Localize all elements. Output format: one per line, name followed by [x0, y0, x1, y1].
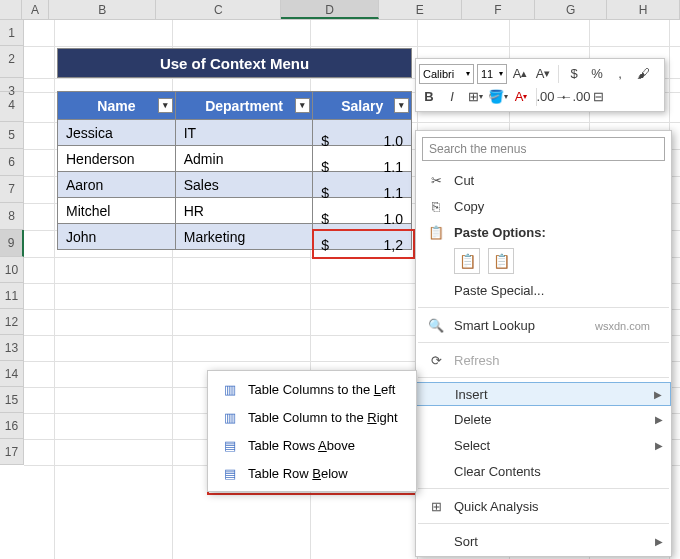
header-salary[interactable]: Salary▾	[313, 92, 412, 120]
menu-search-input[interactable]: Search the menus	[422, 137, 665, 161]
cell-dept[interactable]: IT	[175, 120, 313, 146]
insert-submenu: ▥Table Columns to the Left ▥Table Column…	[207, 370, 417, 492]
menu-copy[interactable]: ⎘Copy	[416, 193, 671, 219]
cell-dept[interactable]: HR	[175, 198, 313, 224]
cell-salary[interactable]: $1,0	[313, 198, 412, 224]
increase-font-icon[interactable]: A▴	[510, 64, 530, 84]
cell-dept[interactable]: Admin	[175, 146, 313, 172]
row-13[interactable]: 13	[0, 335, 24, 361]
submenu-arrow-icon: ▶	[654, 389, 662, 400]
menu-delete[interactable]: Delete▶	[416, 406, 671, 432]
format-painter-icon[interactable]: 🖌	[633, 64, 653, 84]
menu-paste-special[interactable]: Paste Special...	[416, 277, 671, 303]
row-12[interactable]: 12	[0, 309, 24, 335]
menu-cut[interactable]: ✂Cut	[416, 167, 671, 193]
cell-name[interactable]: Mitchel	[58, 198, 176, 224]
header-dept[interactable]: Department▾	[175, 92, 313, 120]
lookup-icon: 🔍	[424, 316, 448, 334]
context-menu: Search the menus ✂Cut ⎘Copy 📋Paste Optio…	[415, 130, 672, 557]
title-cell: Use of Context Menu	[57, 48, 412, 78]
cell-name[interactable]: Aaron	[58, 172, 176, 198]
row-3[interactable]: 3	[0, 78, 24, 92]
row-headers: 1 2 3 4 5 6 7 8 9 10 11 12 13 14 15 16 1…	[0, 20, 24, 465]
row-4[interactable]: 4	[0, 92, 24, 122]
cell-name[interactable]: John	[58, 224, 176, 250]
menu-sort[interactable]: Sort▶	[416, 528, 671, 554]
cell-dept[interactable]: Marketing	[175, 224, 313, 250]
row-17[interactable]: 17	[0, 439, 24, 465]
border-icon[interactable]: ⊞▾	[465, 87, 485, 107]
filter-icon[interactable]: ▾	[394, 98, 409, 113]
row-5[interactable]: 5	[0, 122, 24, 149]
paste-icon: 📋	[424, 223, 448, 241]
row-11[interactable]: 11	[0, 283, 24, 309]
cell-salary[interactable]: $1,1	[313, 172, 412, 198]
row-15[interactable]: 15	[0, 387, 24, 413]
row-7[interactable]: 7	[0, 176, 24, 203]
insert-row-above-icon: ▤	[218, 438, 242, 453]
font-size-picker[interactable]: 11▾	[477, 64, 507, 84]
cell-salary[interactable]: $1,1	[313, 146, 412, 172]
paste-default-icon[interactable]: 📋	[454, 248, 480, 274]
refresh-icon: ⟳	[424, 351, 448, 369]
accounting-format-icon[interactable]: $	[564, 64, 584, 84]
submenu-row-below[interactable]: ▤Table Row Below	[208, 459, 416, 487]
menu-select[interactable]: Select▶	[416, 432, 671, 458]
col-B[interactable]: B	[49, 0, 156, 19]
row-8[interactable]: 8	[0, 203, 24, 230]
paste-values-icon[interactable]: 📋	[488, 248, 514, 274]
filter-icon[interactable]: ▾	[295, 98, 310, 113]
col-A[interactable]: A	[22, 0, 49, 19]
row-2[interactable]: 2	[0, 46, 24, 78]
insert-col-right-icon: ▥	[218, 410, 242, 425]
col-G[interactable]: G	[535, 0, 608, 19]
fill-color-icon[interactable]: 🪣▾	[488, 87, 508, 107]
decrease-decimal-icon[interactable]: ←.00	[565, 87, 585, 107]
submenu-col-right[interactable]: ▥Table Column to the Right	[208, 403, 416, 431]
row-16[interactable]: 16	[0, 413, 24, 439]
row-6[interactable]: 6	[0, 149, 24, 176]
menu-clear-contents[interactable]: Clear Contents	[416, 458, 671, 484]
insert-col-left-icon: ▥	[218, 382, 242, 397]
col-C[interactable]: C	[156, 0, 281, 19]
cut-icon: ✂	[424, 171, 448, 189]
bold-icon[interactable]: B	[419, 87, 439, 107]
quick-analysis-icon: ⊞	[424, 497, 448, 515]
data-table: Name▾ Department▾ Salary▾ JessicaIT$1,0 …	[57, 91, 412, 250]
font-color-icon[interactable]: A▾	[511, 87, 531, 107]
cell-dept[interactable]: Sales	[175, 172, 313, 198]
cell-salary[interactable]: $1,2	[313, 224, 412, 250]
insert-row-below-icon: ▤	[218, 466, 242, 481]
mini-toolbar: Calibri▾ 11▾ A▴ A▾ $ % , 🖌 B I ⊞▾ 🪣▾ A▾ …	[415, 58, 665, 112]
col-D[interactable]: D	[281, 0, 378, 19]
column-headers: A B C D E F G H	[0, 0, 680, 20]
cell-salary[interactable]: $1,0	[313, 120, 412, 146]
header-name[interactable]: Name▾	[58, 92, 176, 120]
col-F[interactable]: F	[462, 0, 535, 19]
cell-name[interactable]: Jessica	[58, 120, 176, 146]
cell-name[interactable]: Henderson	[58, 146, 176, 172]
watermark: wsxdn.com	[595, 320, 650, 332]
menu-insert[interactable]: Insert▶	[416, 382, 671, 406]
row-14[interactable]: 14	[0, 361, 24, 387]
percent-format-icon[interactable]: %	[587, 64, 607, 84]
col-H[interactable]: H	[607, 0, 680, 19]
menu-paste-options-label: 📋Paste Options:	[416, 219, 671, 245]
decrease-font-icon[interactable]: A▾	[533, 64, 553, 84]
submenu-arrow-icon: ▶	[655, 440, 663, 451]
submenu-rows-above[interactable]: ▤Table Rows Above	[208, 431, 416, 459]
menu-quick-analysis[interactable]: ⊞Quick Analysis	[416, 493, 671, 519]
row-1[interactable]: 1	[0, 20, 24, 46]
col-E[interactable]: E	[379, 0, 463, 19]
row-10[interactable]: 10	[0, 257, 24, 283]
copy-icon: ⎘	[424, 197, 448, 215]
submenu-arrow-icon: ▶	[655, 536, 663, 547]
corner-cell[interactable]	[0, 0, 22, 19]
merge-icon[interactable]: ⊟	[588, 87, 608, 107]
submenu-cols-left[interactable]: ▥Table Columns to the Left	[208, 375, 416, 403]
italic-icon[interactable]: I	[442, 87, 462, 107]
filter-icon[interactable]: ▾	[158, 98, 173, 113]
row-9[interactable]: 9	[0, 230, 24, 257]
comma-format-icon[interactable]: ,	[610, 64, 630, 84]
font-picker[interactable]: Calibri▾	[419, 64, 474, 84]
